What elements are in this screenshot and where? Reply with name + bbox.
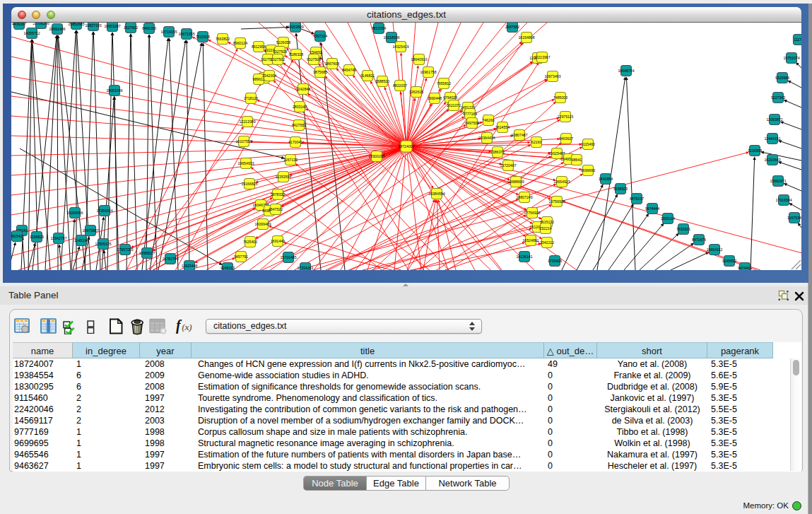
svg-text:17016504: 17016504: [775, 198, 792, 202]
svg-text:9474411: 9474411: [738, 266, 752, 270]
svg-text:6497508: 6497508: [465, 121, 479, 125]
svg-text:5878332: 5878332: [271, 192, 285, 197]
svg-text:3215958: 3215958: [748, 148, 762, 153]
svg-text:15720407: 15720407: [500, 163, 516, 168]
svg-text:10807487: 10807487: [511, 133, 527, 137]
svg-text:12444151: 12444151: [764, 136, 780, 141]
svg-text:9777169: 9777169: [463, 112, 477, 116]
svg-text:10975887: 10975887: [82, 228, 98, 233]
svg-text:10973493: 10973493: [544, 74, 560, 78]
svg-text:14055712: 14055712: [23, 31, 40, 35]
svg-text:9457791: 9457791: [234, 255, 248, 259]
svg-text:18807249: 18807249: [516, 195, 532, 199]
svg-text:1621072: 1621072: [447, 103, 461, 107]
svg-text:8186328: 8186328: [289, 52, 303, 57]
svg-text:18724007: 18724007: [398, 144, 414, 148]
svg-text:9115460: 9115460: [581, 142, 595, 146]
svg-text:9474444: 9474444: [645, 206, 659, 211]
svg-text:2718126: 2718126: [244, 96, 258, 100]
svg-text:5938923: 5938923: [613, 187, 628, 191]
svg-text:6794028: 6794028: [443, 95, 457, 100]
svg-text:1640954: 1640954: [599, 177, 613, 181]
svg-text:7955812: 7955812: [437, 81, 451, 86]
svg-text:19218506: 19218506: [383, 35, 399, 40]
svg-text:1733426: 1733426: [548, 259, 562, 263]
svg-text:7515526: 7515526: [196, 35, 210, 39]
svg-text:19654933: 19654933: [237, 161, 254, 165]
svg-text:12975115: 12975115: [558, 115, 574, 119]
svg-text:20691406: 20691406: [49, 27, 65, 31]
svg-text:2687682: 2687682: [505, 25, 519, 29]
svg-text:7485003: 7485003: [553, 95, 567, 100]
svg-text:1327502: 1327502: [271, 57, 285, 62]
svg-text:16782759: 16782759: [162, 257, 178, 261]
svg-text:3342212: 3342212: [540, 240, 554, 245]
svg-text:14325419: 14325419: [392, 45, 408, 49]
svg-text:23706266: 23706266: [33, 23, 49, 25]
svg-text:10719155: 10719155: [160, 30, 177, 34]
svg-text:7663822: 7663822: [216, 37, 230, 41]
svg-text:8427552: 8427552: [292, 123, 306, 127]
svg-text:15692971: 15692971: [770, 179, 786, 183]
svg-text:2935114: 2935114: [661, 216, 675, 221]
svg-text:8960124: 8960124: [233, 41, 247, 45]
svg-text:2867608: 2867608: [325, 62, 339, 66]
svg-text:16053809: 16053809: [287, 25, 303, 29]
svg-text:2803144: 2803144: [293, 105, 307, 109]
svg-text:1691449: 1691449: [271, 239, 285, 243]
svg-text:7386372: 7386372: [490, 150, 505, 154]
svg-text:17957255: 17957255: [117, 247, 133, 252]
svg-text:10107553: 10107553: [235, 139, 252, 144]
svg-text:5327509: 5327509: [273, 49, 287, 54]
svg-text:1362615: 1362615: [409, 90, 423, 94]
svg-text:15751074: 15751074: [783, 56, 799, 60]
svg-text:13654923: 13654923: [553, 180, 570, 184]
svg-text:10688609: 10688609: [507, 180, 524, 184]
svg-text:28053346: 28053346: [106, 88, 122, 93]
svg-text:1145194: 1145194: [74, 238, 88, 243]
svg-text:16671355: 16671355: [178, 32, 194, 36]
svg-text:7625402: 7625402: [243, 240, 257, 244]
svg-text:16210643: 16210643: [764, 158, 780, 162]
svg-text:6466160: 6466160: [142, 26, 156, 30]
svg-text:11353594: 11353594: [276, 175, 292, 179]
svg-text:1990448: 1990448: [428, 96, 442, 100]
svg-text:17359924: 17359924: [96, 209, 112, 213]
svg-text:8813054: 8813054: [372, 26, 386, 30]
svg-text:7632621: 7632621: [676, 227, 690, 231]
svg-text:20206556: 20206556: [66, 211, 83, 215]
svg-text:1527602: 1527602: [124, 25, 138, 30]
svg-text:18640910: 18640910: [411, 57, 427, 62]
svg-text:1847522: 1847522: [269, 207, 283, 211]
svg-text:8471676: 8471676: [692, 238, 706, 242]
svg-text:9463627: 9463627: [559, 136, 573, 141]
svg-text:10025488: 10025488: [548, 151, 565, 156]
svg-text:12942757: 12942757: [50, 236, 66, 240]
svg-text:9227343: 9227343: [771, 95, 785, 100]
svg-text:12505135: 12505135: [95, 242, 111, 246]
svg-text:10654112: 10654112: [707, 247, 723, 252]
svg-text:10837193: 10837193: [85, 23, 101, 28]
svg-text:19166825: 19166825: [241, 182, 257, 186]
svg-text:9245013: 9245013: [220, 266, 235, 270]
svg-text:12093872: 12093872: [766, 117, 782, 122]
svg-text:4439167: 4439167: [12, 23, 26, 26]
svg-text:98641: 98641: [572, 158, 582, 162]
svg-text:25852685: 25852685: [68, 23, 84, 26]
svg-text:17756928: 17756928: [524, 211, 540, 215]
svg-text:7357224: 7357224: [313, 34, 327, 38]
svg-text:16524861: 16524861: [522, 238, 539, 243]
svg-text:12213389: 12213389: [239, 119, 255, 124]
svg-text:6699695: 6699695: [581, 168, 595, 173]
svg-text:2342004: 2342004: [262, 74, 276, 78]
svg-text:15716485: 15716485: [280, 255, 296, 259]
svg-text:3875685: 3875685: [313, 70, 327, 74]
svg-text:6879197: 6879197: [630, 197, 644, 201]
svg-text:9329966: 9329966: [775, 76, 789, 80]
svg-text:8822037: 8822037: [393, 83, 407, 88]
svg-text:20364436: 20364436: [478, 136, 495, 140]
svg-text:3624554: 3624554: [495, 125, 510, 129]
svg-text:16961758: 16961758: [420, 70, 436, 74]
svg-text:9146821: 9146821: [360, 74, 375, 78]
svg-text:3915411: 3915411: [11, 234, 24, 238]
